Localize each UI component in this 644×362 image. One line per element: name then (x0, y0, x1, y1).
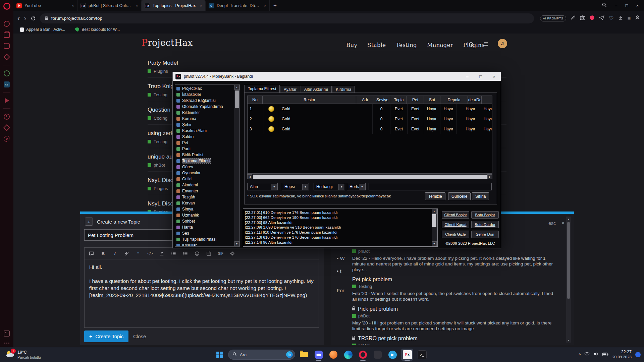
scrollbar-thumb[interactable] (235, 90, 239, 108)
numbered-list-icon[interactable] (179, 248, 191, 259)
similar-topic-title[interactable]: Pick pet problem (358, 306, 398, 312)
similar-topic-item[interactable]: Pet pick problem Testing Feb '20 - When … (352, 277, 553, 302)
item-type-select[interactable]: Altın ▼ (247, 183, 278, 190)
settings-icon[interactable] (4, 136, 10, 142)
scroll-right-icon[interactable]: ▶ (487, 174, 492, 179)
bulleted-list-icon[interactable] (168, 248, 179, 259)
tree-item[interactable]: Otomatik Yapılandırma (175, 104, 239, 110)
tree-item[interactable]: Akademi (175, 182, 239, 188)
shopping-icon[interactable] (4, 32, 10, 38)
opera-gx-logo-icon[interactable] (3, 3, 10, 10)
browser-tab-youtube[interactable]: YouTube × (13, 0, 77, 11)
bot-start-button[interactable]: Botu Başlat (471, 211, 499, 219)
tab-close-icon[interactable]: × (200, 3, 202, 8)
tree-item[interactable]: Birlik Partisi (175, 152, 239, 158)
tree-item[interactable]: Saldırı (175, 134, 239, 140)
tree-scrollbar[interactable]: ▲ ▼ (234, 85, 239, 246)
emoji-icon[interactable] (191, 248, 203, 259)
dropdown-arrow-icon[interactable]: ▼ (338, 184, 344, 190)
composer-close-button[interactable]: Close (133, 334, 146, 339)
tree-item[interactable]: Guild (175, 176, 239, 182)
ai-prompts-badge[interactable]: AI PROMPTS (540, 15, 567, 21)
tab-close-icon[interactable]: × (136, 3, 138, 8)
topic-title[interactable]: Party Model (148, 54, 506, 66)
clear-button[interactable]: Temizle (425, 192, 445, 200)
phbot-tab[interactable]: Altın Aktarımı (301, 86, 332, 93)
item-kind-select[interactable]: Hepsi ▼ (282, 183, 309, 190)
gif-icon[interactable]: GIF (215, 248, 226, 259)
scroll-down-icon[interactable]: ▼ (234, 241, 239, 246)
cs-site-icon[interactable]: cs (4, 81, 10, 87)
similar-topic-title[interactable]: TRSRO pet pick problem (358, 336, 418, 342)
start-button[interactable] (213, 349, 225, 361)
tree-item[interactable]: Silkroad Bağlantısı (175, 98, 239, 104)
tab-close-icon[interactable]: × (71, 3, 74, 8)
upload-icon[interactable] (156, 248, 168, 259)
options-gear-icon[interactable] (226, 248, 238, 259)
filter-search-input[interactable] (369, 183, 492, 190)
forward-icon[interactable]: › (24, 15, 26, 22)
similar-topic-item[interactable]: phBot Dec '22 - Hello everyone, i have p… (352, 249, 553, 273)
bot-stop-button[interactable]: Botu Durdur (471, 221, 499, 228)
box-icon[interactable] (3, 124, 10, 131)
notification-badge[interactable] (635, 352, 641, 357)
url-bar[interactable]: forum.projecthax.com/top (40, 13, 534, 23)
telegram-icon[interactable] (386, 349, 398, 361)
reading-list-icon[interactable]: ≡ (628, 16, 631, 21)
window-minimize-icon[interactable]: – (615, 3, 617, 8)
snapshot-camera-icon[interactable] (580, 15, 585, 21)
client-start-button[interactable]: Clienti Başlat (442, 211, 469, 219)
forum-nav-link[interactable]: Stable (367, 42, 386, 48)
client-hide-button[interactable]: Clienti Gizle (442, 231, 469, 238)
tree-item[interactable]: Koruma (175, 116, 239, 122)
forum-search-icon[interactable] (468, 42, 475, 49)
battery-icon[interactable] (602, 352, 608, 358)
dropdown-arrow-icon[interactable]: ▼ (302, 184, 308, 190)
forum-nav-link[interactable]: Manager (427, 42, 453, 48)
bold-icon[interactable]: B (97, 248, 109, 259)
italic-icon[interactable]: I (109, 248, 121, 259)
phbot-tab[interactable]: Kırdırma (332, 86, 355, 93)
discord-icon[interactable] (313, 349, 325, 361)
bing-icon[interactable]: b (286, 351, 293, 358)
tree-item[interactable]: Simya (175, 206, 239, 212)
new-tab-button[interactable]: + (270, 0, 280, 11)
tree-item[interactable]: İstatistikler (175, 92, 239, 98)
update-button[interactable]: Güncelle (448, 192, 471, 200)
phbot-titlebar[interactable]: Px phBot v27.4.4 - MoneyBank - Bağlandı … (173, 72, 501, 81)
composer-editor[interactable]: B I “ </> (84, 247, 319, 328)
calendar-icon[interactable] (203, 248, 215, 259)
tree-item[interactable]: Tezgâh (175, 194, 239, 200)
scroll-left-icon[interactable]: ◀ (247, 174, 252, 179)
more-icon[interactable] (4, 342, 10, 344)
downloads-icon[interactable] (618, 15, 623, 21)
app-orange-icon[interactable] (327, 349, 339, 361)
tree-item[interactable]: Tuş Yapılandırması (175, 236, 239, 242)
tree-item[interactable]: Kasılma Alanı (175, 128, 239, 134)
table-horizontal-scrollbar[interactable]: ◀ ▶ (247, 174, 492, 179)
file-explorer-icon[interactable] (298, 349, 310, 361)
gx-corner-icon[interactable] (4, 21, 10, 27)
code-icon[interactable]: </> (144, 248, 156, 259)
similar-topic-title[interactable]: Pet pick problem (352, 277, 392, 283)
tree-item[interactable]: ProjectHax (175, 85, 239, 92)
hidden-icons-button[interactable]: ^ (579, 352, 581, 357)
panel-close-icon[interactable]: × (561, 220, 565, 226)
window-maximize-icon[interactable]: □ (626, 3, 628, 8)
client-close-button[interactable]: Clienti Kapat (442, 221, 469, 228)
log-scrollbar[interactable]: ▲ ▼ (432, 209, 437, 246)
dropdown-arrow-icon[interactable]: ▼ (271, 184, 277, 190)
user-avatar[interactable]: J (498, 39, 507, 48)
bookmark-appeal-a-ban[interactable]: Appeal a Ban | Activ... (20, 27, 65, 32)
phbot-taskbar-icon[interactable]: Px (401, 349, 413, 361)
tree-item[interactable]: Kervan (175, 200, 239, 206)
forum-logo[interactable]: ProjectHax (142, 38, 193, 48)
similar-topic-item[interactable]: TRSRO pet pick problem phBot Dec '20 - H… (352, 336, 553, 345)
extensions-icon[interactable] (3, 54, 10, 60)
taskbar-clock[interactable]: 22:27 20.09.2023 (612, 350, 632, 360)
tree-item[interactable]: Bildirimler (175, 110, 239, 116)
comment-icon[interactable] (86, 248, 97, 259)
player-icon[interactable] (5, 98, 9, 103)
tab-close-icon[interactable]: × (264, 3, 266, 8)
window-maximize-button[interactable]: □ (474, 72, 487, 81)
